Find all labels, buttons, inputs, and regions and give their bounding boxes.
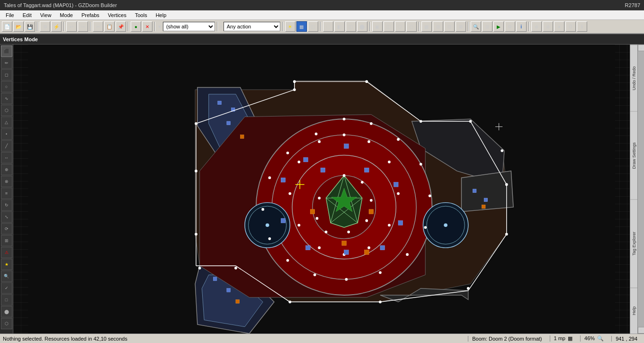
extra-btn4[interactable]: Ω bbox=[565, 21, 576, 32]
path-tool[interactable]: ⟳ bbox=[1, 223, 12, 235]
svg-point-77 bbox=[316, 217, 319, 220]
error-tool[interactable]: ⚠ bbox=[1, 247, 12, 258]
svg-rect-94 bbox=[218, 101, 222, 105]
grid-size-btn2[interactable]: ⊞ bbox=[433, 21, 443, 32]
menu-help[interactable]: Help bbox=[152, 12, 170, 18]
split-tool[interactable]: ⊕ bbox=[1, 164, 12, 175]
svg-point-26 bbox=[444, 223, 447, 227]
copy-button[interactable]: 📋 bbox=[104, 21, 115, 32]
menu-tools[interactable]: Tools bbox=[131, 12, 151, 18]
redo-button[interactable]: ↪ bbox=[78, 21, 88, 32]
grid-icon[interactable]: ▦ bbox=[568, 335, 572, 341]
align-tool[interactable]: ≡ bbox=[1, 188, 12, 199]
new-button[interactable]: 📄 bbox=[2, 21, 12, 32]
insert-button[interactable]: ● bbox=[131, 21, 141, 32]
circle-tool[interactable]: ○ bbox=[1, 81, 12, 92]
view-btn2[interactable]: □ bbox=[323, 21, 333, 32]
svg-point-53 bbox=[286, 259, 289, 262]
tab-tag-explorer[interactable]: Tag Explorer bbox=[630, 199, 637, 288]
view-btn4[interactable]: ◫ bbox=[346, 21, 356, 32]
scroll-up-arrow[interactable]: ▲ bbox=[638, 45, 644, 51]
svg-rect-83 bbox=[380, 245, 385, 250]
svg-point-39 bbox=[198, 267, 201, 270]
snap-button[interactable]: ⚙ bbox=[40, 21, 50, 32]
render-btn1[interactable]: ▣ bbox=[372, 21, 383, 32]
map-canvas[interactable] bbox=[13, 45, 630, 334]
line-tool[interactable]: ╱ bbox=[1, 140, 12, 152]
zoom-in-tool[interactable]: 🔍 bbox=[1, 271, 12, 282]
play-btn[interactable]: ▶ bbox=[493, 21, 504, 32]
pan-tool[interactable]: □ bbox=[1, 294, 12, 306]
tab-help[interactable]: Help bbox=[630, 288, 637, 334]
view-btn5[interactable]: ⬤ bbox=[357, 21, 367, 32]
light-button[interactable]: ☀ bbox=[285, 21, 295, 32]
sep8 bbox=[320, 22, 321, 31]
menu-view[interactable]: View bbox=[36, 12, 55, 18]
svg-point-49 bbox=[406, 253, 409, 256]
menu-file[interactable]: File bbox=[2, 12, 18, 18]
grid-view-btn[interactable]: ▦ bbox=[296, 21, 307, 32]
select-tool[interactable]: ⬛ bbox=[1, 45, 12, 57]
svg-rect-88 bbox=[304, 157, 308, 162]
action-dropdown[interactable]: Any action bbox=[224, 22, 280, 31]
open-button[interactable]: 📂 bbox=[13, 21, 24, 32]
extra-btn5[interactable]: ℹ bbox=[577, 21, 587, 32]
extra-btn1[interactable]: ⊕ bbox=[531, 21, 542, 32]
delete-button[interactable]: ✕ bbox=[142, 21, 152, 32]
brush-tool[interactable]: ⬤ bbox=[1, 306, 12, 317]
tab-undo-redo[interactable]: Undo / Redo bbox=[630, 45, 637, 111]
sep9 bbox=[369, 22, 370, 31]
config-button[interactable]: ⚡ bbox=[51, 21, 62, 32]
sector-tool[interactable]: ⬡ bbox=[1, 105, 12, 116]
menu-prefabs[interactable]: Prefabs bbox=[78, 12, 103, 18]
render-btn3[interactable]: ⬡ bbox=[395, 21, 405, 32]
save-button[interactable]: 💾 bbox=[25, 21, 35, 32]
left-toolbar: ⬛ ✏ ◻ ○ ∿ ⬡ △ • ╱ ↔ ⊕ ⊗ ≡ ↻ ⤡ ⟳ ⊞ ⚠ ★ 🔍 … bbox=[0, 45, 13, 334]
rect-tool[interactable]: ◻ bbox=[1, 69, 12, 81]
merge-tool[interactable]: ⊗ bbox=[1, 176, 12, 187]
draw-tool[interactable]: ✏ bbox=[1, 57, 12, 69]
render-btn2[interactable]: ◫ bbox=[384, 21, 394, 32]
undo-button[interactable]: ↩ bbox=[66, 21, 77, 32]
snap-tool[interactable]: ⊞ bbox=[1, 235, 12, 246]
svg-rect-90 bbox=[310, 209, 315, 214]
menu-vertices[interactable]: Vertices bbox=[104, 12, 130, 18]
render-btn4[interactable]: ◻ bbox=[406, 21, 417, 32]
grid-size-btn1[interactable]: ▦ bbox=[421, 21, 432, 32]
zoom-out-tool[interactable]: ✓ bbox=[1, 282, 12, 294]
statusbar: Nothing selected. Resources loaded in 42… bbox=[0, 334, 644, 343]
vertex-tool[interactable]: • bbox=[1, 128, 12, 140]
about-btn[interactable]: i bbox=[516, 21, 527, 32]
zoom-btn1[interactable]: 🔍 bbox=[471, 21, 481, 32]
extra-btn2[interactable]: ⊗ bbox=[543, 21, 553, 32]
scroll-down-arrow[interactable]: ▼ bbox=[638, 327, 644, 334]
scale-tool[interactable]: ⤡ bbox=[1, 211, 12, 223]
menu-mode[interactable]: Mode bbox=[56, 12, 77, 18]
texture-btn[interactable]: ◫ bbox=[308, 21, 318, 32]
grid-size-btn3[interactable]: ⊟ bbox=[444, 21, 455, 32]
svg-point-50 bbox=[379, 271, 382, 274]
extra-btn3[interactable]: ♦ bbox=[554, 21, 564, 32]
thing-tool[interactable]: △ bbox=[1, 117, 12, 128]
curve-tool[interactable]: ∿ bbox=[1, 93, 12, 104]
cut-button[interactable]: ✂ bbox=[93, 21, 103, 32]
menu-edit[interactable]: Edit bbox=[19, 12, 36, 18]
sep7 bbox=[282, 22, 283, 31]
grid-size-btn4[interactable]: ⊠ bbox=[456, 21, 466, 32]
svg-point-46 bbox=[420, 163, 422, 166]
zoom-icon[interactable]: 🔍 bbox=[597, 335, 604, 341]
svg-rect-85 bbox=[306, 245, 311, 250]
info-tool[interactable]: ★ bbox=[1, 259, 12, 270]
svg-point-62 bbox=[397, 192, 400, 195]
flip-tool[interactable]: ↔ bbox=[1, 152, 12, 163]
view-btn3[interactable]: ◧ bbox=[334, 21, 345, 32]
test-btn[interactable]: ⚙ bbox=[505, 21, 515, 32]
rotate-tool[interactable]: ↻ bbox=[1, 199, 12, 211]
filter-dropdown[interactable]: (show all) bbox=[163, 22, 215, 31]
right-scrollbar[interactable]: ▲ ▼ bbox=[637, 45, 644, 334]
scroll-track[interactable] bbox=[638, 51, 644, 327]
tab-draw-settings[interactable]: Draw Settings bbox=[630, 111, 637, 199]
zoom-btn2[interactable]: ⊞ bbox=[482, 21, 492, 32]
erase-tool[interactable]: ⬡ bbox=[1, 318, 12, 329]
paste-button[interactable]: 📌 bbox=[116, 21, 126, 32]
